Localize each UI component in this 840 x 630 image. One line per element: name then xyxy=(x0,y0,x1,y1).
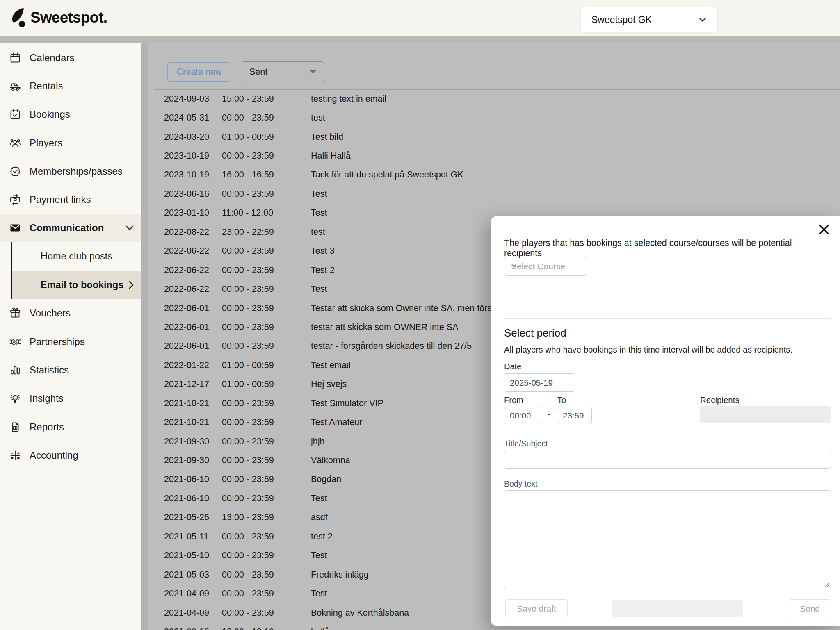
cell-time: 00:00 - 23:59 xyxy=(222,341,311,351)
cell-subject: test xyxy=(311,113,840,123)
cell-date: 2021-06-10 xyxy=(164,474,222,484)
sidebar-item-communication[interactable]: Communication xyxy=(0,214,141,242)
sidebar-item-calendars[interactable]: Calendars xyxy=(0,43,141,72)
cell-date: 2021-06-10 xyxy=(164,494,222,504)
organization-selector[interactable]: Sweetspot GK xyxy=(580,7,718,33)
sidebar-item-bookings[interactable]: Bookings xyxy=(0,100,141,129)
table-row[interactable]: 2023-10-1900:00 - 23:59Halli Hallå xyxy=(148,146,840,165)
cell-date: 2022-08-22 xyxy=(164,227,222,237)
sidebar-item-rentals[interactable]: Rentals xyxy=(0,72,141,100)
sidebar-scrollbar[interactable] xyxy=(141,43,148,630)
cell-date: 2022-06-22 xyxy=(164,265,222,275)
from-time-field[interactable] xyxy=(504,407,539,424)
sidebar-item-insights[interactable]: Insights xyxy=(0,384,141,413)
cell-date: 2021-04-09 xyxy=(164,608,222,618)
cell-time: 18:00 - 18:10 xyxy=(222,627,311,630)
logo-text: Sweetspot. xyxy=(30,9,107,26)
cell-date: 2023-10-19 xyxy=(164,170,222,180)
title-subject-label: Title/Subject xyxy=(504,439,548,448)
sidebar-subitem-label: Home club posts xyxy=(41,251,112,262)
resize-handle-icon[interactable] xyxy=(823,582,829,587)
table-row[interactable]: 2023-06-1600:00 - 23:59Test xyxy=(148,184,840,203)
membership-badge-icon xyxy=(9,165,21,177)
save-draft-button[interactable]: Save draft xyxy=(505,599,568,618)
sidebar-item-label: Calendars xyxy=(30,52,74,64)
cell-time: 23:00 - 22:59 xyxy=(222,227,311,237)
range-separator: - xyxy=(548,409,550,419)
cell-time: 00:00 - 23:59 xyxy=(222,417,311,428)
sidebar-item-statistics[interactable]: Statistics xyxy=(0,356,141,384)
sidebar-item-accounting[interactable]: Accounting xyxy=(0,441,141,469)
sidebar-item-partnerships[interactable]: Partnerships xyxy=(0,328,141,356)
cell-time: 00:00 - 23:59 xyxy=(222,608,311,618)
cell-date: 2024-03-20 xyxy=(164,132,222,142)
cell-date: 2021-12-17 xyxy=(164,379,222,389)
cell-date: 2021-04-09 xyxy=(164,589,222,599)
sidebar-item-memberships[interactable]: Memberships/passes xyxy=(0,157,141,185)
sidebar-item-label: Payment links xyxy=(30,194,91,205)
bar-chart-icon xyxy=(9,364,21,376)
course-select[interactable]: Select Course xyxy=(504,257,587,276)
cell-time: 00:00 - 23:59 xyxy=(222,189,311,199)
cell-date: 2023-06-16 xyxy=(164,189,222,199)
sidebar-item-label: Vouchers xyxy=(30,307,71,319)
calendar-icon xyxy=(9,52,21,64)
caret-down-icon xyxy=(310,70,316,74)
select-period-description: All players who have bookings in this ti… xyxy=(504,345,792,355)
sidebar-subitem-home-club-posts[interactable]: Home club posts xyxy=(12,242,141,271)
cell-subject: Halli Hallå xyxy=(311,151,840,161)
gift-icon xyxy=(9,307,21,319)
body-text-wrap xyxy=(504,490,831,589)
cell-date: 2021-05-03 xyxy=(164,570,222,580)
sidebar-item-label: Insights xyxy=(30,393,64,404)
cell-date: 2021-09-30 xyxy=(164,437,222,447)
cell-date: 2021-03-10 xyxy=(164,627,222,630)
cell-date: 2024-05-31 xyxy=(164,113,222,123)
status-filter-select[interactable]: Sent xyxy=(242,61,324,82)
table-row[interactable]: 2024-03-2001:00 - 00:59Test bild xyxy=(148,127,840,146)
to-time-field[interactable] xyxy=(557,407,592,424)
sidebar-item-payment-links[interactable]: Payment links xyxy=(0,185,141,214)
handshake-icon xyxy=(9,336,21,348)
sidebar-item-label: Accounting xyxy=(30,450,78,461)
recipients-hint-text: The players that has bookings at selecte… xyxy=(504,238,825,259)
close-icon xyxy=(818,224,830,235)
cell-date: 2022-06-01 xyxy=(164,341,222,351)
communication-submenu: Home club posts Email to bookings xyxy=(11,242,141,299)
lightbulb-icon xyxy=(9,392,21,405)
golf-cart-icon xyxy=(9,80,21,92)
cell-date: 2022-06-22 xyxy=(164,284,222,294)
cell-time: 00:00 - 23:59 xyxy=(222,246,311,256)
status-filter-value: Sent xyxy=(249,67,267,77)
cell-time: 00:00 - 23:59 xyxy=(222,151,311,161)
sidebar-item-reports[interactable]: Reports xyxy=(0,413,141,441)
body-text-field[interactable] xyxy=(504,490,831,589)
date-field[interactable] xyxy=(504,373,575,392)
cell-date: 2022-01-22 xyxy=(164,360,222,371)
cell-time: 00:00 - 23:59 xyxy=(222,398,311,409)
select-period-heading: Select period xyxy=(504,327,566,339)
cell-time: 15:00 - 23:59 xyxy=(222,94,311,104)
sidebar-item-label: Communication xyxy=(30,222,104,234)
create-new-button[interactable]: Create new xyxy=(167,62,231,82)
cell-date: 2024-09-03 xyxy=(164,94,222,104)
send-button[interactable]: Send xyxy=(789,599,831,618)
table-row[interactable]: 2024-05-3100:00 - 23:59test xyxy=(148,108,840,127)
app-header: Sweetspot. Sweetspot GK xyxy=(0,0,840,36)
cell-date: 2023-01-10 xyxy=(164,208,222,218)
cell-subject: testing text in email xyxy=(311,94,840,104)
cell-time: 01:00 - 00:59 xyxy=(222,132,311,142)
cell-time: 00:00 - 23:59 xyxy=(222,322,311,332)
table-row[interactable]: 2024-09-0315:00 - 23:59testing text in e… xyxy=(148,89,840,108)
cell-time: 00:00 - 23:59 xyxy=(222,550,311,561)
sidebar-item-vouchers[interactable]: Vouchers xyxy=(0,299,141,328)
calculator-icon xyxy=(9,449,21,462)
title-subject-field[interactable] xyxy=(504,450,831,469)
table-row[interactable]: 2023-10-1916:00 - 16:59Tack för att du s… xyxy=(148,166,840,184)
sidebar-subitem-email-to-bookings[interactable]: Email to bookings xyxy=(12,271,141,299)
course-select-placeholder: Select Course xyxy=(511,262,565,271)
sidebar-item-players[interactable]: Players xyxy=(0,129,141,157)
sidebar-subitem-label: Email to bookings xyxy=(41,280,123,291)
close-button[interactable] xyxy=(817,223,831,237)
to-label: To xyxy=(557,396,566,405)
